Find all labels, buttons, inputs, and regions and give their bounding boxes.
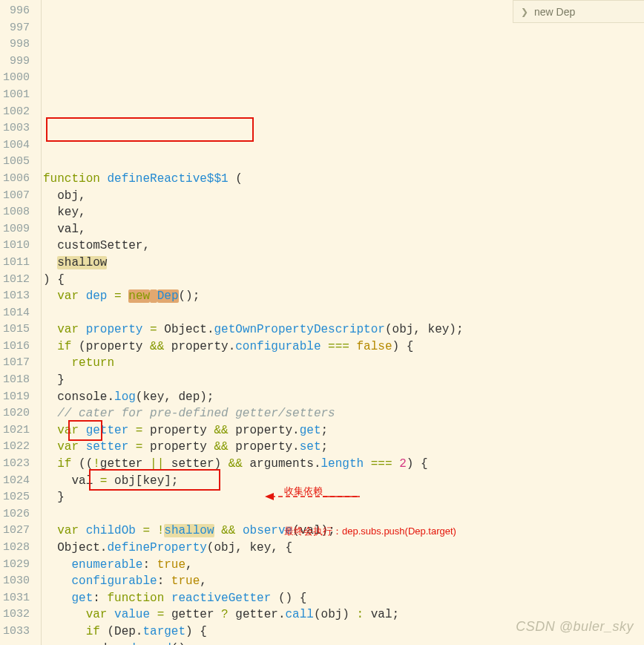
code-line[interactable]: if (property && property.configurable ==… xyxy=(43,338,644,356)
code-token: obj[key]; xyxy=(107,474,178,488)
code-token xyxy=(392,457,400,471)
code-token xyxy=(43,574,71,588)
code-token: dep xyxy=(86,289,108,303)
code-token: setter xyxy=(86,440,129,454)
code-line[interactable]: var getter = property && property.get; xyxy=(43,422,644,439)
code-line[interactable]: key, xyxy=(43,204,644,221)
code-line[interactable]: if ((!getter || setter) && arguments.len… xyxy=(43,456,644,473)
code-token: (obj, key, { xyxy=(207,541,292,554)
code-token: (key, dep); xyxy=(136,390,214,404)
code-line[interactable]: console.log(key, dep); xyxy=(43,389,644,406)
code-line[interactable]: val = obj[key]; xyxy=(43,473,644,490)
code-token: false xyxy=(357,340,392,353)
code-line[interactable]: var property = Object.getOwnPropertyDesc… xyxy=(43,321,644,338)
code-token: log xyxy=(114,390,136,404)
line-number: 1030 xyxy=(3,573,30,590)
code-line[interactable] xyxy=(43,305,644,322)
line-number: 1013 xyxy=(3,288,30,305)
code-token: reactiveGetter xyxy=(171,592,271,605)
code-line[interactable] xyxy=(43,506,644,523)
line-number: 1032 xyxy=(3,606,30,623)
code-token: : xyxy=(142,558,150,572)
code-token: (); xyxy=(171,642,193,645)
code-token: var xyxy=(57,323,79,336)
code-line[interactable]: var setter = property && property.set; xyxy=(43,439,644,456)
code-token xyxy=(107,608,114,621)
code-token: = xyxy=(100,474,108,488)
code-token: depend xyxy=(128,642,171,645)
code-line[interactable]: ) { xyxy=(43,272,644,289)
line-number: 1004 xyxy=(3,137,30,154)
code-token: property xyxy=(142,424,214,437)
code-line[interactable]: var childOb = !shallow && observe(val); xyxy=(43,523,644,540)
line-number: 996 xyxy=(3,3,30,20)
code-token: dep. xyxy=(43,642,128,645)
line-number: 998 xyxy=(3,36,30,53)
breadcrumb[interactable]: ❯ new Dep xyxy=(513,0,644,23)
code-token: obj, xyxy=(43,189,86,203)
code-token: childOb xyxy=(86,524,136,537)
code-token: defineProperty xyxy=(107,541,206,554)
code-line[interactable]: obj, xyxy=(43,188,644,205)
code-line[interactable]: var value = getter ? getter.call(obj) : … xyxy=(43,606,644,623)
code-token: : xyxy=(357,608,364,621)
line-number: 1015 xyxy=(3,321,30,338)
code-line[interactable]: Object.defineProperty(obj, key, { xyxy=(43,540,644,557)
code-line[interactable]: customSetter, xyxy=(43,238,644,255)
line-number: 1023 xyxy=(3,456,30,473)
chevron-right-icon: ❯ xyxy=(521,7,528,17)
code-token xyxy=(321,340,328,353)
code-line[interactable]: get: function reactiveGetter () { xyxy=(43,590,644,607)
code-line[interactable]: dep.depend(); xyxy=(43,641,644,645)
code-token: , xyxy=(185,558,193,572)
line-number: 1000 xyxy=(3,70,30,87)
code-line[interactable]: configurable: true, xyxy=(43,573,644,590)
code-token: shallow xyxy=(57,256,107,269)
code-token: if xyxy=(57,457,71,471)
code-token: property. xyxy=(229,440,300,454)
line-number: 1012 xyxy=(3,272,30,289)
code-token: true xyxy=(171,574,200,588)
line-number: 1016 xyxy=(3,338,30,356)
code-token: && xyxy=(221,524,235,537)
code-token: new xyxy=(128,289,150,303)
code-token: : xyxy=(93,592,100,605)
code-line[interactable]: } xyxy=(43,372,644,389)
code-line[interactable]: // cater for pre-defined getter/setters xyxy=(43,405,644,422)
code-token: ) { xyxy=(392,340,414,353)
code-token: val xyxy=(43,474,100,488)
line-number: 1002 xyxy=(3,104,30,121)
code-token: enumerable xyxy=(71,558,142,572)
code-token: defineReactive$$1 xyxy=(107,172,228,186)
code-token: var xyxy=(57,289,79,303)
code-token: && xyxy=(150,340,164,353)
code-token: property. xyxy=(229,424,300,437)
code-token: = xyxy=(157,608,165,621)
code-line[interactable]: function defineReactive$$1 ( xyxy=(43,171,644,188)
code-token: property. xyxy=(164,340,235,353)
code-area[interactable]: 收集依赖 最终会执行：dep.subs.push(Dep.target) fun… xyxy=(40,0,644,645)
code-line[interactable]: } xyxy=(43,489,644,506)
line-number-gutter: 9969979989991000100110021003100410051006… xyxy=(0,0,40,645)
code-line[interactable]: return xyxy=(43,355,644,372)
code-token xyxy=(79,524,86,537)
code-line[interactable]: var dep = new Dep(); xyxy=(43,288,644,305)
code-token: function xyxy=(43,172,107,186)
code-token: val, xyxy=(43,223,86,236)
code-token: } xyxy=(43,373,65,387)
code-token: var xyxy=(57,440,79,454)
code-line[interactable]: enumerable: true, xyxy=(43,557,644,574)
code-token: property xyxy=(142,440,214,454)
code-line[interactable]: if (Dep.target) { xyxy=(43,623,644,641)
code-token: || xyxy=(150,457,164,471)
code-token: } xyxy=(43,491,65,504)
code-editor[interactable]: 9969979989991000100110021003100410051006… xyxy=(0,0,644,645)
code-line[interactable]: val, xyxy=(43,221,644,238)
line-number: 997 xyxy=(3,20,30,37)
line-number: 1014 xyxy=(3,305,30,322)
code-token: value xyxy=(114,608,150,621)
line-number: 1024 xyxy=(3,473,30,490)
code-line[interactable]: shallow xyxy=(43,255,644,272)
code-token: var xyxy=(86,608,108,621)
line-number: 1001 xyxy=(3,87,30,104)
